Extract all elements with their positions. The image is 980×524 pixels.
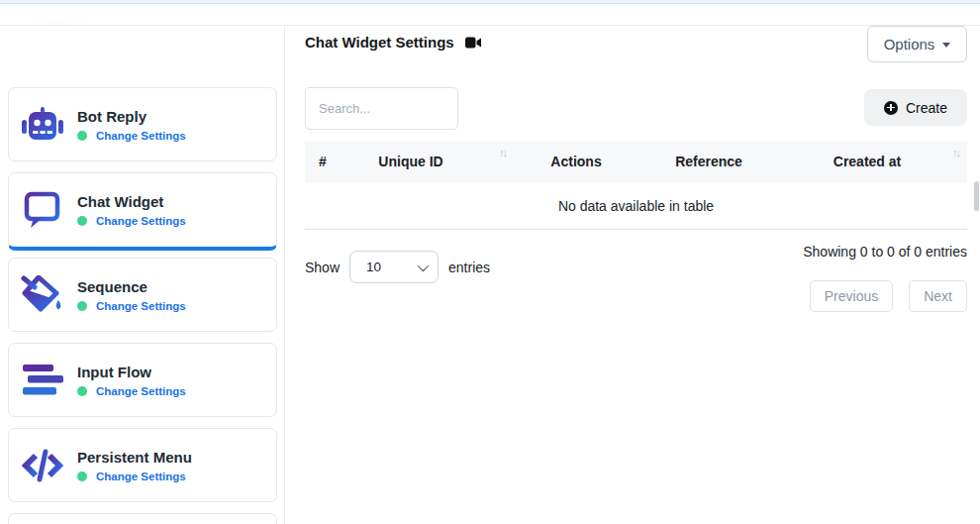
sidebar-item-label: Persistent Menu [77, 449, 192, 466]
search-input[interactable] [305, 87, 458, 130]
chat-bubble-icon [21, 189, 64, 231]
page-title: Chat Widget Settings [305, 34, 454, 51]
sidebar-item-label: Input Flow [77, 364, 186, 380]
code-icon [21, 445, 64, 486]
column-header-actions[interactable]: Actions [537, 154, 616, 169]
sidebar-item-bot-reply[interactable]: Bot Reply Change Settings [8, 87, 277, 161]
settings-sidebar: Bot Reply Change Settings Chat Widget Ch… [0, 26, 285, 524]
change-settings-link[interactable]: Change Settings [96, 215, 186, 227]
table-empty-message: No data available in table [305, 183, 967, 230]
chevron-down-icon [418, 260, 429, 270]
sidebar-item-label: Sequence [77, 278, 186, 295]
change-settings-link[interactable]: Change Settings [96, 130, 186, 142]
status-dot [77, 472, 87, 481]
app-window: Bot Reply Change Settings Chat Widget Ch… [0, 0, 980, 524]
change-settings-link[interactable]: Change Settings [96, 300, 186, 312]
next-button[interactable]: Next [909, 280, 967, 312]
scrollbar-thumb[interactable] [974, 181, 979, 211]
entries-summary: Showing 0 to 0 of 0 entries [803, 244, 967, 260]
column-header-index[interactable]: # [319, 154, 327, 169]
create-button[interactable]: Create [864, 89, 967, 126]
main-panel: Chat Widget Settings Options Create # Un… [305, 26, 967, 524]
bars-icon [21, 360, 64, 401]
robot-icon [21, 104, 64, 146]
column-header-reference[interactable]: Reference [659, 154, 758, 169]
previous-button[interactable]: Previous [810, 280, 893, 312]
table-footer: Show 10 entries Showing 0 to 0 of 0 entr… [305, 243, 967, 304]
options-button[interactable]: Options [867, 26, 967, 62]
options-button-label: Options [884, 36, 935, 52]
sidebar-item-label: Chat Widget [77, 193, 186, 210]
plus-circle-icon [884, 101, 898, 115]
sidebar-item-label: Bot Reply [77, 108, 186, 125]
create-button-label: Create [906, 100, 947, 116]
entries-label: entries [448, 260, 490, 275]
paint-bucket-icon [21, 274, 64, 316]
show-label: Show [305, 260, 340, 275]
status-dot [77, 301, 87, 311]
column-header-unique-id[interactable]: Unique ID [364, 154, 457, 169]
sidebar-item-sequence[interactable]: Sequence Change Settings [8, 258, 277, 332]
sidebar-item-input-flow[interactable]: Input Flow Change Settings [8, 343, 277, 417]
change-settings-link[interactable]: Change Settings [96, 385, 186, 397]
status-dot [77, 386, 87, 396]
video-camera-icon [465, 36, 482, 50]
change-settings-link[interactable]: Change Settings [96, 471, 186, 482]
sidebar-item-persistent-menu[interactable]: Persistent Menu Change Settings [8, 428, 277, 502]
sort-icon[interactable]: ↑↓ [499, 147, 506, 158]
sidebar-item-partial[interactable] [8, 513, 277, 524]
status-dot [77, 216, 87, 226]
table-header: # Unique ID ↑↓ Actions Reference Created… [305, 142, 967, 183]
sidebar-item-chat-widget[interactable]: Chat Widget Change Settings [8, 172, 277, 251]
pagination: Previous Next [810, 280, 967, 312]
top-accent-strip [0, 0, 980, 4]
column-header-created-at[interactable]: Created at [818, 154, 917, 169]
page-size-select[interactable]: 10 [349, 251, 439, 283]
chevron-down-icon [942, 43, 950, 48]
page-size-value: 10 [366, 260, 381, 274]
status-dot [77, 131, 87, 141]
sort-icon[interactable]: ↑↓ [952, 147, 959, 158]
